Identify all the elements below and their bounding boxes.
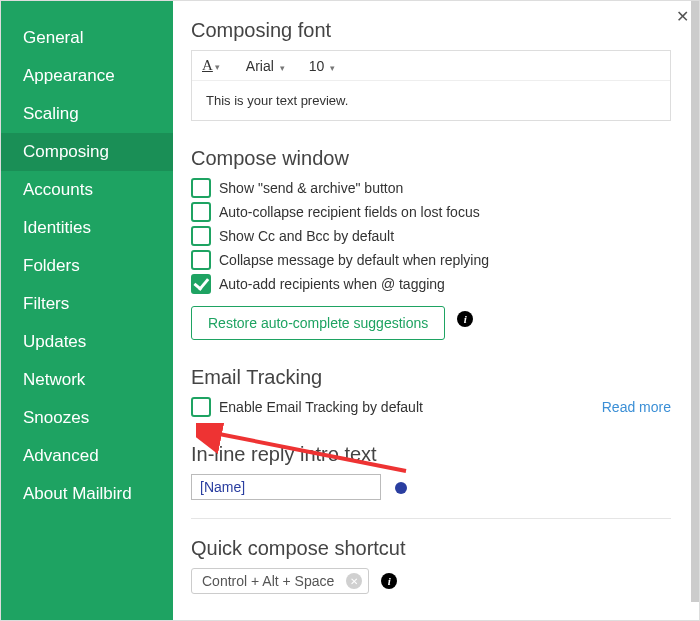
sidebar-item-composing[interactable]: Composing bbox=[1, 133, 173, 171]
checkbox-icon[interactable] bbox=[191, 397, 211, 417]
sidebar-item-folders[interactable]: Folders bbox=[1, 247, 173, 285]
option-label: Auto-add recipients when @ tagging bbox=[219, 276, 445, 292]
font-preview-text: This is your text preview. bbox=[192, 81, 670, 120]
inline-reply-input[interactable] bbox=[191, 474, 381, 500]
font-size-select[interactable]: 10 ▾ bbox=[293, 58, 337, 74]
chevron-down-icon: ▾ bbox=[330, 63, 335, 73]
section-title-font: Composing font bbox=[191, 19, 671, 42]
sidebar-item-updates[interactable]: Updates bbox=[1, 323, 173, 361]
font-family-select[interactable]: Arial ▾ bbox=[232, 58, 289, 74]
color-dot-icon[interactable] bbox=[395, 482, 407, 494]
read-more-link[interactable]: Read more bbox=[602, 399, 671, 415]
option-enable-email-tracking[interactable]: Enable Email Tracking by default bbox=[191, 397, 423, 417]
scrollbar[interactable] bbox=[691, 1, 699, 602]
restore-autocomplete-button[interactable]: Restore auto-complete suggestions bbox=[191, 306, 445, 340]
sidebar: General Appearance Scaling Composing Acc… bbox=[1, 1, 173, 620]
font-family-value: Arial bbox=[246, 58, 274, 74]
shortcut-input[interactable]: Control + Alt + Space ✕ bbox=[191, 568, 369, 594]
option-auto-add-recipients[interactable]: Auto-add recipients when @ tagging bbox=[191, 274, 671, 294]
settings-panel: Composing font A▾ Arial ▾ 10 ▾ This is y… bbox=[173, 1, 699, 620]
option-label: Auto-collapse recipient fields on lost f… bbox=[219, 204, 480, 220]
font-size-value: 10 bbox=[309, 58, 325, 74]
section-title-quick-shortcut: Quick compose shortcut bbox=[191, 537, 671, 560]
section-title-inline-reply: In-line reply intro text bbox=[191, 443, 671, 466]
sidebar-item-accounts[interactable]: Accounts bbox=[1, 171, 173, 209]
section-title-compose-window: Compose window bbox=[191, 147, 671, 170]
settings-window: General Appearance Scaling Composing Acc… bbox=[1, 1, 699, 620]
font-toolbar: A▾ Arial ▾ 10 ▾ bbox=[192, 51, 670, 81]
sidebar-item-about[interactable]: About Mailbird bbox=[1, 475, 173, 513]
font-color-icon[interactable]: A▾ bbox=[202, 57, 228, 74]
close-icon[interactable]: ✕ bbox=[676, 7, 689, 26]
sidebar-item-scaling[interactable]: Scaling bbox=[1, 95, 173, 133]
option-send-archive[interactable]: Show "send & archive" button bbox=[191, 178, 671, 198]
option-label: Enable Email Tracking by default bbox=[219, 399, 423, 415]
checkbox-icon[interactable] bbox=[191, 250, 211, 270]
font-box: A▾ Arial ▾ 10 ▾ This is your text previe… bbox=[191, 50, 671, 121]
chevron-down-icon: ▾ bbox=[280, 63, 285, 73]
clear-icon[interactable]: ✕ bbox=[346, 573, 362, 589]
checkbox-icon[interactable] bbox=[191, 202, 211, 222]
info-icon[interactable]: i bbox=[381, 573, 397, 589]
option-label: Show "send & archive" button bbox=[219, 180, 403, 196]
info-icon[interactable]: i bbox=[457, 311, 473, 327]
checkbox-icon[interactable] bbox=[191, 226, 211, 246]
sidebar-item-advanced[interactable]: Advanced bbox=[1, 437, 173, 475]
separator bbox=[191, 518, 671, 519]
sidebar-item-network[interactable]: Network bbox=[1, 361, 173, 399]
sidebar-item-appearance[interactable]: Appearance bbox=[1, 57, 173, 95]
sidebar-item-snoozes[interactable]: Snoozes bbox=[1, 399, 173, 437]
checkbox-icon[interactable] bbox=[191, 178, 211, 198]
sidebar-item-filters[interactable]: Filters bbox=[1, 285, 173, 323]
sidebar-item-general[interactable]: General bbox=[1, 19, 173, 57]
option-collapse-message[interactable]: Collapse message by default when replyin… bbox=[191, 250, 671, 270]
option-auto-collapse[interactable]: Auto-collapse recipient fields on lost f… bbox=[191, 202, 671, 222]
option-label: Collapse message by default when replyin… bbox=[219, 252, 489, 268]
checkbox-icon[interactable] bbox=[191, 274, 211, 294]
shortcut-value: Control + Alt + Space bbox=[202, 573, 334, 589]
section-title-email-tracking: Email Tracking bbox=[191, 366, 671, 389]
sidebar-item-identities[interactable]: Identities bbox=[1, 209, 173, 247]
option-label: Show Cc and Bcc by default bbox=[219, 228, 394, 244]
option-show-cc-bcc[interactable]: Show Cc and Bcc by default bbox=[191, 226, 671, 246]
